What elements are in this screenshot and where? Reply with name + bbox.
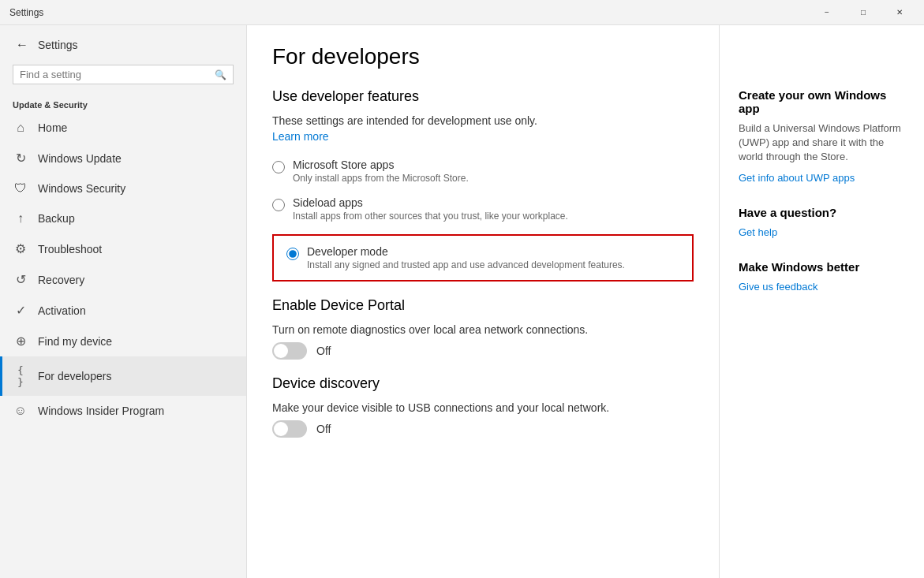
- page-title: For developers: [272, 44, 694, 69]
- sidebar: ← Settings 🔍 Update & Security ⌂ Home ↻ …: [0, 25, 247, 578]
- back-button[interactable]: ←: [13, 35, 32, 55]
- sidebar-item-windows-insider[interactable]: ☺ Windows Insider Program: [0, 396, 246, 426]
- recovery-icon: ↺: [13, 272, 28, 287]
- sidebar-item-windows-security[interactable]: 🛡 Windows Security: [0, 173, 246, 203]
- learn-more-link[interactable]: Learn more: [272, 130, 329, 143]
- developer-mode-label: Developer mode: [307, 245, 625, 258]
- minimize-button[interactable]: −: [809, 0, 845, 25]
- sideload-label: Sideload apps: [293, 196, 568, 209]
- microsoft-store-desc: Only install apps from the Microsoft Sto…: [293, 173, 469, 184]
- sidebar-label-for-developers: For developers: [38, 370, 234, 382]
- developer-mode-content: Developer mode Install any signed and tr…: [307, 245, 625, 270]
- sidebar-item-home[interactable]: ⌂ Home: [0, 113, 246, 143]
- use-developer-features-desc: These settings are intended for developm…: [272, 114, 694, 127]
- microsoft-store-radio[interactable]: [272, 161, 285, 173]
- developer-mode-highlighted-box: Developer mode Install any signed and tr…: [272, 234, 694, 282]
- radio-option-sideload: Sideload apps Install apps from other so…: [272, 196, 694, 222]
- activation-icon: ✓: [13, 303, 28, 318]
- windows-security-icon: 🛡: [13, 181, 28, 196]
- right-section-make-better: Make Windows better Give us feedback: [739, 260, 905, 293]
- sideload-content: Sideload apps Install apps from other so…: [293, 196, 568, 222]
- maximize-button[interactable]: □: [845, 0, 881, 25]
- get-info-uwp-link[interactable]: Get info about UWP apps: [739, 172, 855, 184]
- right-title-make-better: Make Windows better: [739, 260, 905, 274]
- main-content: For developers Use developer features Th…: [247, 25, 719, 578]
- right-title-have-question: Have a question?: [739, 206, 905, 219]
- sidebar-top: ← Settings: [0, 25, 246, 62]
- device-discovery-toggle[interactable]: [272, 420, 307, 438]
- app-body: ← Settings 🔍 Update & Security ⌂ Home ↻ …: [0, 25, 924, 578]
- sidebar-label-windows-security: Windows Security: [38, 182, 234, 195]
- sidebar-item-activation[interactable]: ✓ Activation: [0, 295, 246, 326]
- radio-option-developer-mode: Developer mode Install any signed and tr…: [286, 245, 679, 270]
- get-help-link[interactable]: Get help: [739, 226, 777, 238]
- for-developers-icon: { }: [13, 364, 28, 388]
- sideload-desc: Install apps from other sources that you…: [293, 211, 568, 222]
- backup-icon: ↑: [13, 211, 28, 226]
- sidebar-item-troubleshoot[interactable]: ⚙ Troubleshoot: [0, 233, 246, 264]
- sidebar-item-backup[interactable]: ↑ Backup: [0, 203, 246, 233]
- right-section-create-app: Create your own Windows app Build a Univ…: [739, 88, 905, 184]
- use-developer-features-section: Use developer features These settings ar…: [272, 88, 694, 282]
- give-feedback-link[interactable]: Give us feedback: [739, 281, 817, 293]
- sideload-radio[interactable]: [272, 199, 285, 211]
- sidebar-label-activation: Activation: [38, 304, 234, 317]
- right-title-create-app: Create your own Windows app: [739, 88, 905, 115]
- windows-update-icon: ↻: [13, 151, 28, 166]
- windows-insider-icon: ☺: [13, 404, 28, 418]
- developer-mode-desc: Install any signed and trusted app and u…: [307, 259, 625, 270]
- sidebar-item-recovery[interactable]: ↺ Recovery: [0, 264, 246, 295]
- sidebar-label-windows-update: Windows Update: [38, 152, 234, 165]
- enable-device-portal-desc: Turn on remote diagnostics over local ar…: [272, 323, 694, 336]
- enable-device-portal-section: Enable Device Portal Turn on remote diag…: [272, 297, 694, 360]
- titlebar-controls: − □ ✕: [809, 0, 918, 25]
- device-portal-toggle-label: Off: [316, 345, 331, 357]
- sidebar-label-recovery: Recovery: [38, 274, 234, 286]
- search-input[interactable]: [20, 69, 215, 80]
- enable-device-portal-title: Enable Device Portal: [272, 297, 694, 314]
- developer-mode-radio[interactable]: [286, 248, 299, 260]
- sidebar-item-windows-update[interactable]: ↻ Windows Update: [0, 143, 246, 173]
- microsoft-store-label: Microsoft Store apps: [293, 158, 469, 171]
- sidebar-label-windows-insider: Windows Insider Program: [38, 405, 234, 417]
- right-section-have-question: Have a question? Get help: [739, 206, 905, 238]
- app-title-bar: Settings: [9, 7, 43, 18]
- device-discovery-toggle-label: Off: [316, 423, 331, 435]
- titlebar: Settings − □ ✕: [0, 0, 924, 25]
- close-button[interactable]: ✕: [881, 0, 918, 25]
- sidebar-item-for-developers[interactable]: { } For developers: [0, 356, 246, 396]
- sidebar-section-title: Update & Security: [0, 94, 246, 113]
- sidebar-item-find-my-device[interactable]: ⊕ Find my device: [0, 326, 246, 356]
- sidebar-label-find-my-device: Find my device: [38, 335, 234, 348]
- device-discovery-desc: Make your device visible to USB connecti…: [272, 401, 694, 414]
- find-my-device-icon: ⊕: [13, 334, 28, 349]
- search-icon: 🔍: [215, 69, 226, 80]
- use-developer-features-title: Use developer features: [272, 88, 694, 105]
- titlebar-left: Settings: [9, 7, 43, 18]
- sidebar-label-home: Home: [38, 121, 234, 134]
- sidebar-app-title: Settings: [38, 39, 78, 51]
- microsoft-store-content: Microsoft Store apps Only install apps f…: [293, 158, 469, 184]
- radio-option-microsoft-store: Microsoft Store apps Only install apps f…: [272, 158, 694, 184]
- right-panel: Create your own Windows app Build a Univ…: [719, 25, 924, 578]
- device-discovery-title: Device discovery: [272, 375, 694, 392]
- sidebar-label-troubleshoot: Troubleshoot: [38, 243, 234, 255]
- right-desc-create-app: Build a Universal Windows Platform (UWP)…: [739, 121, 905, 165]
- home-icon: ⌂: [13, 121, 28, 135]
- search-box: 🔍: [13, 65, 234, 84]
- enable-device-portal-toggle-row: Off: [272, 342, 694, 360]
- device-discovery-section: Device discovery Make your device visibl…: [272, 375, 694, 438]
- device-portal-toggle[interactable]: [272, 342, 307, 360]
- sidebar-label-backup: Backup: [38, 212, 234, 225]
- troubleshoot-icon: ⚙: [13, 241, 28, 256]
- device-discovery-toggle-row: Off: [272, 420, 694, 438]
